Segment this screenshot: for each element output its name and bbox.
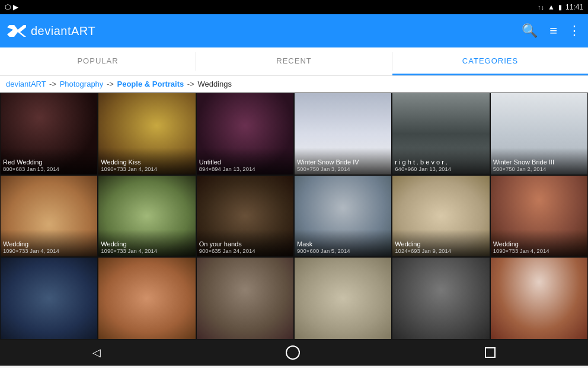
recents-button[interactable] xyxy=(485,347,496,358)
gallery-item-5[interactable]: r i g h t . b e v o r . 640×960 Jan 13, … xyxy=(392,93,490,175)
battery-icon: ▮ xyxy=(558,4,562,11)
more-options-icon[interactable]: ⋮ xyxy=(568,23,581,39)
search-icon[interactable]: 🔍 xyxy=(522,23,538,39)
filter-icon[interactable]: ≡ xyxy=(549,23,556,39)
app-bar: deviantART 🔍 ≡ ⋮ xyxy=(0,14,588,47)
gallery-item-3[interactable]: Untitled 894×894 Jan 13, 2014 xyxy=(196,93,294,175)
tab-categories[interactable]: CATEGORIES xyxy=(392,47,588,75)
gallery-item-4[interactable]: Winter Snow Bride IV 500×750 Jan 3, 2014 xyxy=(294,93,392,175)
gallery-item-10[interactable]: Mask 900×600 Jan 5, 2014 xyxy=(294,175,392,258)
gallery-grid: Red Wedding 800×683 Jan 13, 2014 Wedding… xyxy=(0,93,588,340)
gallery-item-1[interactable]: Red Wedding 800×683 Jan 13, 2014 xyxy=(0,93,98,175)
tabs: POPULAR RECENT CATEGORIES xyxy=(0,47,588,76)
gallery-item-6[interactable]: Winter Snow Bride III 500×750 Jan 2, 201… xyxy=(490,93,588,175)
wifi-icon: ▲ xyxy=(548,3,555,11)
status-bar: ⬡ ▶ ↑↓ ▲ ▮ 11:41 xyxy=(0,0,588,14)
tab-popular[interactable]: POPULAR xyxy=(0,47,196,75)
clock: 11:41 xyxy=(565,3,583,11)
app-notification-icon: ▶ xyxy=(13,3,18,11)
gallery-item-14[interactable] xyxy=(98,257,196,340)
status-icons-left: ⬡ ▶ xyxy=(5,3,18,11)
gallery-item-9[interactable]: On your hands 900×635 Jan 24, 2014 xyxy=(196,175,294,258)
gallery-item-12[interactable]: Wedding 1090×733 Jan 4, 2014 xyxy=(490,175,588,258)
home-button[interactable] xyxy=(286,345,300,360)
breadcrumb-sep-1: -> xyxy=(49,80,59,88)
gallery-item-11[interactable]: Wedding 1024×693 Jan 9, 2014 xyxy=(392,175,490,258)
gallery-item-17[interactable] xyxy=(392,257,490,340)
svg-marker-0 xyxy=(7,25,26,37)
gallery-item-2[interactable]: Wedding Kiss 1090×733 Jan 4, 2014 xyxy=(98,93,196,175)
signal-icon: ↑↓ xyxy=(538,4,544,11)
app-logo: deviantART xyxy=(7,24,95,38)
breadcrumb-photography[interactable]: Photography xyxy=(60,80,104,88)
breadcrumb-sep-3: -> xyxy=(187,80,197,88)
nav-bar: ◁ xyxy=(0,340,588,366)
gallery-item-7[interactable]: Wedding 1090×733 Jan 4, 2014 xyxy=(0,175,98,258)
breadcrumb-sep-2: -> xyxy=(107,80,116,88)
status-icons-right: ↑↓ ▲ ▮ 11:41 xyxy=(538,3,583,11)
gallery-item-16[interactable] xyxy=(294,257,392,340)
gallery-item-18[interactable] xyxy=(490,257,588,340)
back-button[interactable]: ◁ xyxy=(92,346,101,359)
tab-recent[interactable]: RECENT xyxy=(196,47,392,75)
deviantart-logo-icon xyxy=(7,25,26,37)
breadcrumb-deviantart[interactable]: deviantART xyxy=(6,80,46,88)
gallery-item-15[interactable] xyxy=(196,257,294,340)
android-icon: ⬡ xyxy=(5,3,11,11)
gallery-item-13[interactable] xyxy=(0,257,98,340)
breadcrumb-people-portraits[interactable]: People & Portraits xyxy=(117,80,184,88)
app-bar-actions: 🔍 ≡ ⋮ xyxy=(522,23,581,39)
gallery-item-8[interactable]: Wedding 1090×733 Jan 4, 2014 xyxy=(98,175,196,258)
breadcrumb: deviantART -> Photography -> People & Po… xyxy=(0,76,588,93)
breadcrumb-weddings: Weddings xyxy=(197,80,232,88)
app-title: deviantART xyxy=(31,24,95,38)
